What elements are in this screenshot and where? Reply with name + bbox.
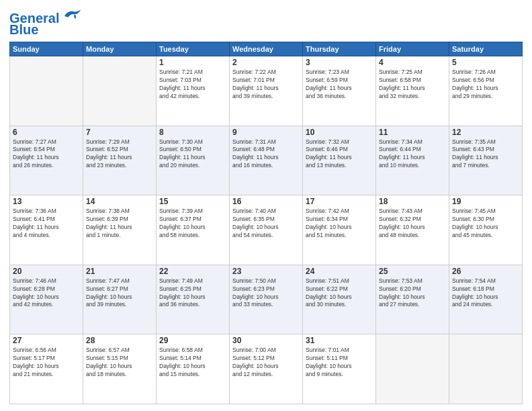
day-number: 23 (232, 267, 300, 276)
day-number: 24 (306, 267, 373, 276)
day-info: Sunrise: 6:57 AM Sunset: 5:15 PM Dayligh… (86, 347, 153, 379)
calendar-week-3: 13Sunrise: 7:36 AM Sunset: 6:41 PM Dayli… (10, 195, 523, 265)
day-number: 1 (159, 58, 226, 67)
calendar-cell: 8Sunrise: 7:30 AM Sunset: 6:50 PM Daylig… (157, 126, 230, 195)
day-info: Sunrise: 7:32 AM Sunset: 6:46 PM Dayligh… (306, 138, 373, 171)
calendar-table: SundayMondayTuesdayWednesdayThursdayFrid… (9, 42, 523, 404)
calendar-week-1: 1Sunrise: 7:21 AM Sunset: 7:03 PM Daylig… (10, 56, 523, 126)
calendar-cell: 4Sunrise: 7:25 AM Sunset: 6:58 PM Daylig… (376, 56, 449, 126)
day-info: Sunrise: 7:50 AM Sunset: 6:23 PM Dayligh… (232, 277, 300, 310)
day-number: 8 (159, 128, 226, 137)
calendar-cell: 14Sunrise: 7:38 AM Sunset: 6:39 PM Dayli… (83, 195, 157, 265)
calendar-cell: 6Sunrise: 7:27 AM Sunset: 6:54 PM Daylig… (10, 126, 83, 195)
day-number: 13 (13, 197, 80, 206)
calendar-cell (376, 334, 449, 404)
day-number: 14 (86, 197, 153, 206)
day-info: Sunrise: 7:38 AM Sunset: 6:39 PM Dayligh… (86, 208, 153, 240)
day-info: Sunrise: 7:42 AM Sunset: 6:34 PM Dayligh… (306, 208, 373, 240)
day-info: Sunrise: 7:01 AM Sunset: 5:11 PM Dayligh… (306, 347, 373, 379)
calendar-cell: 30Sunrise: 7:00 AM Sunset: 5:12 PM Dayli… (230, 334, 303, 404)
day-info: Sunrise: 6:56 AM Sunset: 5:17 PM Dayligh… (13, 347, 80, 379)
day-number: 21 (86, 267, 153, 276)
day-number: 3 (306, 58, 373, 67)
day-number: 19 (452, 197, 519, 206)
calendar-cell (449, 334, 523, 404)
calendar-cell: 22Sunrise: 7:49 AM Sunset: 6:25 PM Dayli… (157, 265, 230, 334)
calendar-header-thursday: Thursday (303, 42, 376, 56)
day-number: 16 (232, 197, 300, 206)
calendar-header-friday: Friday (376, 42, 449, 56)
calendar-cell: 16Sunrise: 7:40 AM Sunset: 6:35 PM Dayli… (230, 195, 303, 265)
day-info: Sunrise: 7:43 AM Sunset: 6:32 PM Dayligh… (379, 208, 446, 240)
day-number: 22 (159, 267, 226, 276)
day-number: 18 (379, 197, 446, 206)
day-number: 15 (159, 197, 226, 206)
calendar-cell: 2Sunrise: 7:22 AM Sunset: 7:01 PM Daylig… (230, 56, 303, 126)
day-number: 6 (13, 128, 80, 137)
day-number: 5 (452, 58, 519, 67)
day-info: Sunrise: 7:46 AM Sunset: 6:28 PM Dayligh… (13, 277, 80, 310)
calendar-cell (83, 56, 157, 126)
day-info: Sunrise: 7:26 AM Sunset: 6:56 PM Dayligh… (452, 68, 519, 101)
day-info: Sunrise: 7:25 AM Sunset: 6:58 PM Dayligh… (379, 68, 446, 101)
day-number: 17 (306, 197, 373, 206)
calendar-cell: 5Sunrise: 7:26 AM Sunset: 6:56 PM Daylig… (449, 56, 523, 126)
logo-bird-icon (63, 8, 82, 23)
day-info: Sunrise: 7:27 AM Sunset: 6:54 PM Dayligh… (13, 138, 80, 171)
day-number: 7 (86, 128, 153, 137)
day-number: 11 (379, 128, 446, 137)
day-number: 9 (232, 128, 300, 137)
day-info: Sunrise: 7:49 AM Sunset: 6:25 PM Dayligh… (159, 277, 226, 310)
calendar-cell: 31Sunrise: 7:01 AM Sunset: 5:11 PM Dayli… (303, 334, 376, 404)
calendar-header-saturday: Saturday (449, 42, 523, 56)
day-number: 10 (306, 128, 373, 137)
calendar-header-monday: Monday (83, 42, 157, 56)
logo-blue: Blue (9, 22, 38, 38)
day-info: Sunrise: 7:29 AM Sunset: 6:52 PM Dayligh… (86, 138, 153, 171)
calendar-cell: 23Sunrise: 7:50 AM Sunset: 6:23 PM Dayli… (230, 265, 303, 334)
day-info: Sunrise: 7:40 AM Sunset: 6:35 PM Dayligh… (232, 208, 300, 240)
header: General Blue (9, 7, 523, 38)
day-info: Sunrise: 7:47 AM Sunset: 6:27 PM Dayligh… (86, 277, 153, 310)
calendar-cell: 20Sunrise: 7:46 AM Sunset: 6:28 PM Dayli… (10, 265, 83, 334)
day-number: 4 (379, 58, 446, 67)
day-info: Sunrise: 7:35 AM Sunset: 6:43 PM Dayligh… (452, 138, 519, 171)
day-info: Sunrise: 7:51 AM Sunset: 6:22 PM Dayligh… (306, 277, 373, 310)
day-info: Sunrise: 7:30 AM Sunset: 6:50 PM Dayligh… (159, 138, 226, 171)
calendar-cell: 7Sunrise: 7:29 AM Sunset: 6:52 PM Daylig… (83, 126, 157, 195)
day-number: 29 (159, 336, 226, 345)
logo: General Blue (9, 7, 82, 38)
calendar-cell: 9Sunrise: 7:31 AM Sunset: 6:48 PM Daylig… (230, 126, 303, 195)
calendar-cell: 12Sunrise: 7:35 AM Sunset: 6:43 PM Dayli… (449, 126, 523, 195)
calendar-week-5: 27Sunrise: 6:56 AM Sunset: 5:17 PM Dayli… (10, 334, 523, 404)
day-info: Sunrise: 6:58 AM Sunset: 5:14 PM Dayligh… (159, 347, 226, 379)
calendar-cell: 19Sunrise: 7:45 AM Sunset: 6:30 PM Dayli… (449, 195, 523, 265)
calendar-week-4: 20Sunrise: 7:46 AM Sunset: 6:28 PM Dayli… (10, 265, 523, 334)
day-number: 30 (232, 336, 300, 345)
calendar-cell: 28Sunrise: 6:57 AM Sunset: 5:15 PM Dayli… (83, 334, 157, 404)
day-number: 12 (452, 128, 519, 137)
calendar-cell: 26Sunrise: 7:54 AM Sunset: 6:18 PM Dayli… (449, 265, 523, 334)
day-number: 2 (232, 58, 300, 67)
day-info: Sunrise: 7:36 AM Sunset: 6:41 PM Dayligh… (13, 208, 80, 240)
day-info: Sunrise: 7:53 AM Sunset: 6:20 PM Dayligh… (379, 277, 446, 310)
day-info: Sunrise: 7:31 AM Sunset: 6:48 PM Dayligh… (232, 138, 300, 171)
calendar-header-tuesday: Tuesday (157, 42, 230, 56)
day-number: 31 (306, 336, 373, 345)
day-number: 27 (13, 336, 80, 345)
calendar-cell: 25Sunrise: 7:53 AM Sunset: 6:20 PM Dayli… (376, 265, 449, 334)
day-info: Sunrise: 7:21 AM Sunset: 7:03 PM Dayligh… (159, 68, 226, 101)
calendar-cell: 27Sunrise: 6:56 AM Sunset: 5:17 PM Dayli… (10, 334, 83, 404)
day-number: 20 (13, 267, 80, 276)
calendar-cell: 3Sunrise: 7:23 AM Sunset: 6:59 PM Daylig… (303, 56, 376, 126)
day-info: Sunrise: 7:22 AM Sunset: 7:01 PM Dayligh… (232, 68, 300, 101)
day-info: Sunrise: 7:00 AM Sunset: 5:12 PM Dayligh… (232, 347, 300, 379)
day-info: Sunrise: 7:23 AM Sunset: 6:59 PM Dayligh… (306, 68, 373, 101)
calendar-cell: 21Sunrise: 7:47 AM Sunset: 6:27 PM Dayli… (83, 265, 157, 334)
calendar-cell: 11Sunrise: 7:34 AM Sunset: 6:44 PM Dayli… (376, 126, 449, 195)
calendar-header-sunday: Sunday (10, 42, 83, 56)
calendar-cell (10, 56, 83, 126)
calendar-cell: 24Sunrise: 7:51 AM Sunset: 6:22 PM Dayli… (303, 265, 376, 334)
page: General Blue SundayMondayTuesdayWednesda… (0, 0, 532, 411)
calendar-cell: 17Sunrise: 7:42 AM Sunset: 6:34 PM Dayli… (303, 195, 376, 265)
